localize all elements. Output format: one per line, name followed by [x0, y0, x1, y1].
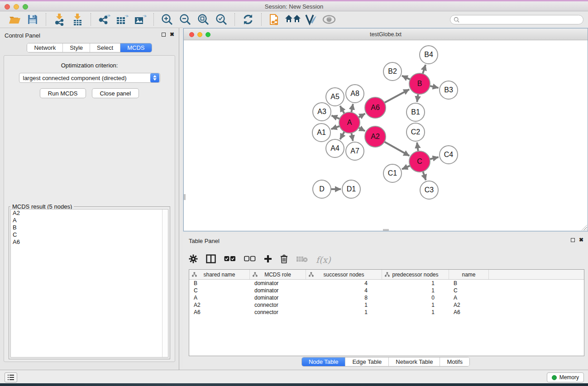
table-row[interactable]: A6connector11A6 — [189, 309, 584, 316]
tab-node-table[interactable]: Node Table — [302, 357, 346, 366]
graph-node-A3[interactable]: A3 — [313, 103, 331, 121]
table-cell[interactable]: 8 — [306, 294, 382, 301]
result-list-item[interactable]: B — [11, 224, 168, 231]
result-list-item[interactable]: C — [11, 231, 168, 238]
graph-node-D[interactable]: D — [313, 180, 331, 198]
task-history-button[interactable] — [5, 372, 17, 382]
unselect-all-button[interactable] — [244, 256, 256, 264]
graph-node-A[interactable]: A — [339, 112, 360, 133]
table-cell[interactable]: dominator — [250, 287, 306, 294]
table-cell[interactable]: 1 — [306, 301, 382, 309]
show-graphics-details-button[interactable] — [320, 13, 338, 26]
import-network-button[interactable] — [50, 13, 68, 26]
close-panel-button[interactable]: Close panel — [92, 88, 139, 98]
delete-table-button[interactable] — [296, 255, 308, 264]
graph-node-A6[interactable]: A6 — [365, 97, 386, 118]
graph-edge-A-A8[interactable] — [351, 104, 353, 113]
table-row[interactable]: Adominator80A — [189, 294, 584, 301]
function-builder-button[interactable]: f(x) — [316, 255, 331, 265]
select-all-button[interactable] — [224, 256, 236, 264]
tab-edge-table[interactable]: Edge Table — [345, 357, 389, 366]
import-table-button[interactable] — [68, 13, 86, 26]
graph-edge-C-C3[interactable] — [423, 172, 425, 180]
graph-edge-A-A5[interactable] — [340, 106, 344, 114]
zoom-in-button[interactable] — [158, 13, 176, 26]
table-cell[interactable]: connector — [250, 309, 306, 316]
graph-node-B2[interactable]: B2 — [383, 62, 402, 81]
table-cell[interactable]: 1 — [382, 287, 449, 294]
canvas-horizontal-scroll-nub[interactable] — [383, 229, 389, 231]
search-input[interactable] — [460, 17, 583, 23]
table-cell[interactable]: A — [449, 294, 489, 301]
open-session-button[interactable] — [5, 13, 24, 26]
graph-edge-A-A3[interactable] — [331, 115, 339, 119]
table-cell[interactable]: 4 — [306, 280, 382, 287]
export-table-button[interactable] — [113, 13, 131, 26]
column-header-successor-nodes[interactable]: successor nodes — [306, 270, 382, 279]
graph-node-B3[interactable]: B3 — [440, 81, 458, 99]
canvas-vertical-scroll-nub[interactable] — [184, 194, 186, 200]
delete-columns-button[interactable] — [280, 254, 288, 265]
result-list-item[interactable]: A6 — [11, 238, 168, 246]
memory-button[interactable]: Memory — [547, 372, 584, 382]
graph-edge-B-B4[interactable] — [423, 65, 425, 74]
graph-node-C2[interactable]: C2 — [406, 123, 425, 141]
graph-node-B4[interactable]: B4 — [420, 46, 438, 64]
graph-node-C[interactable]: C — [409, 151, 430, 172]
graph-edge-C-C4[interactable] — [430, 157, 438, 159]
graph-edge-C-C1[interactable] — [402, 166, 410, 169]
graph-edge-B-B1[interactable] — [417, 94, 418, 102]
zoom-fit-button[interactable] — [194, 13, 212, 26]
table-cell[interactable]: B — [449, 280, 489, 287]
table-cell[interactable]: 1 — [382, 301, 449, 309]
table-cell[interactable]: A2 — [449, 301, 489, 309]
float-table-panel-icon[interactable] — [571, 238, 575, 242]
result-list-item[interactable]: A2 — [11, 210, 168, 217]
table-cell[interactable]: C — [189, 287, 250, 294]
graph-edge-B-B3[interactable] — [430, 86, 439, 88]
run-mcds-button[interactable]: Run MCDS — [40, 88, 86, 98]
graph-edge-B-B2[interactable] — [402, 76, 410, 79]
graph-edge-A6-B[interactable] — [384, 89, 409, 103]
close-table-panel-icon[interactable]: ✖ — [579, 238, 583, 242]
graph-edge-C-C2[interactable] — [417, 143, 418, 151]
graph-node-A8[interactable]: A8 — [346, 85, 364, 103]
graph-node-D1[interactable]: D1 — [342, 180, 360, 198]
table-cell[interactable]: dominator — [250, 280, 306, 287]
graph-node-A1[interactable]: A1 — [312, 124, 330, 142]
tab-mcds[interactable]: MCDS — [120, 43, 151, 52]
graph-node-A4[interactable]: A4 — [326, 139, 344, 157]
result-list-scrollbar[interactable] — [162, 210, 168, 357]
export-image-button[interactable] — [131, 13, 149, 26]
graph-edge-A-A2[interactable] — [359, 128, 365, 131]
graph-node-A2[interactable]: A2 — [365, 126, 386, 147]
column-header-name[interactable]: name — [449, 270, 489, 279]
table-cell[interactable]: 1 — [382, 309, 449, 316]
tab-style[interactable]: Style — [63, 43, 90, 52]
vizmapper-button[interactable] — [302, 13, 320, 26]
refresh-layout-button[interactable] — [239, 13, 257, 26]
graph-edge-A-A7[interactable] — [351, 133, 353, 141]
graph-node-B[interactable]: B — [409, 73, 430, 94]
table-settings-button[interactable] — [189, 254, 198, 265]
graph-edge-A-A4[interactable] — [340, 132, 344, 139]
table-cell[interactable]: 1 — [306, 309, 382, 316]
browser-home-button[interactable] — [284, 13, 302, 26]
table-row[interactable]: Bdominator41B — [189, 280, 584, 287]
graph-edge-A2-C[interactable] — [384, 142, 409, 156]
tab-network-table[interactable]: Network Table — [389, 357, 440, 366]
zoom-out-button[interactable] — [176, 13, 194, 26]
table-cell[interactable]: A — [189, 294, 250, 301]
graph-edge-A-A6[interactable] — [359, 114, 365, 118]
result-list-item[interactable]: A — [11, 217, 168, 224]
graph-node-A7[interactable]: A7 — [346, 142, 364, 160]
graph-node-B1[interactable]: B1 — [406, 103, 425, 121]
column-header-shared-name[interactable]: shared name — [189, 270, 250, 279]
add-column-button[interactable] — [264, 255, 272, 265]
table-cell[interactable]: A6 — [189, 309, 250, 316]
table-cell[interactable]: 4 — [306, 287, 382, 294]
graph-node-C4[interactable]: C4 — [440, 146, 458, 164]
tab-select[interactable]: Select — [90, 43, 120, 52]
float-panel-icon[interactable] — [162, 33, 166, 37]
table-cell[interactable]: 0 — [382, 294, 449, 301]
